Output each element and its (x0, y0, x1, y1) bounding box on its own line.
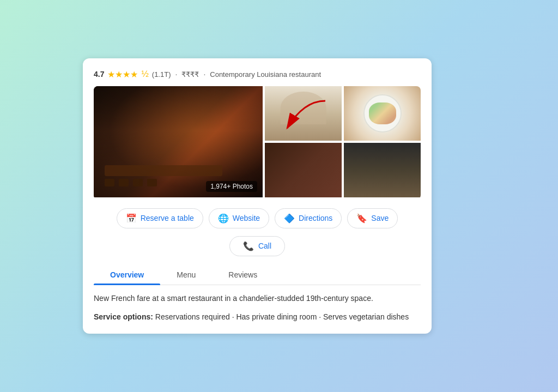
photo-main[interactable]: 1,974+ Photos (94, 86, 263, 197)
service-options: Service options: Reservations required ·… (94, 311, 421, 323)
business-card: 4.7 ★★★★½ (1.1T) · ₹₹₹₹ · Contemporary L… (83, 58, 432, 334)
reserve-label: Reserve a table (141, 214, 194, 222)
description-text: New French fare at a smart restaurant in… (94, 293, 421, 304)
call-button[interactable]: 📞 Call (229, 236, 285, 256)
call-label: Call (258, 242, 271, 250)
website-label: Website (233, 214, 260, 222)
tab-reviews[interactable]: Reviews (212, 265, 274, 285)
directions-button[interactable]: 🔷 Directions (275, 208, 342, 228)
call-row: 📞 Call (94, 236, 421, 256)
action-buttons-row: 📅 Reserve a table 🌐 Website 🔷 Directions… (94, 208, 421, 228)
photo-food-detail[interactable] (344, 143, 421, 197)
save-label: Save (371, 214, 389, 222)
service-options-text: Reservations required · Has private dini… (155, 312, 409, 321)
service-options-label: Service options: (94, 312, 153, 321)
category-label: Contemporary Louisiana restaurant (210, 70, 321, 79)
tab-menu[interactable]: Menu (160, 265, 212, 285)
photo-food-plate[interactable] (344, 86, 421, 141)
photo-dining-room[interactable] (265, 86, 342, 141)
globe-icon: 🌐 (218, 213, 229, 224)
phone-icon: 📞 (243, 241, 254, 251)
rating-row: 4.7 ★★★★½ (1.1T) · ₹₹₹₹ · Contemporary L… (94, 69, 421, 80)
half-star-icon: ½ (141, 69, 148, 79)
photos-grid[interactable]: 1,974+ Photos (94, 86, 421, 200)
save-button[interactable]: 🔖 Save (347, 208, 398, 228)
reserve-table-button[interactable]: 📅 Reserve a table (117, 208, 203, 228)
directions-label: Directions (299, 214, 332, 222)
photo-interior[interactable] (265, 143, 342, 197)
bookmark-icon: 🔖 (356, 213, 367, 224)
directions-icon: 🔷 (284, 213, 295, 224)
rating-score: 4.7 (94, 70, 104, 79)
stars-icon: ★★★★ (107, 69, 138, 80)
website-button[interactable]: 🌐 Website (209, 208, 269, 228)
rating-count: (1.1T) (152, 70, 171, 79)
tabs-row: Overview Menu Reviews (94, 265, 421, 285)
price-level: ₹₹₹₹ (181, 70, 199, 79)
photo-count-label: 1,974+ Photos (206, 181, 257, 192)
tab-overview[interactable]: Overview (94, 265, 160, 285)
calendar-icon: 📅 (126, 213, 137, 224)
